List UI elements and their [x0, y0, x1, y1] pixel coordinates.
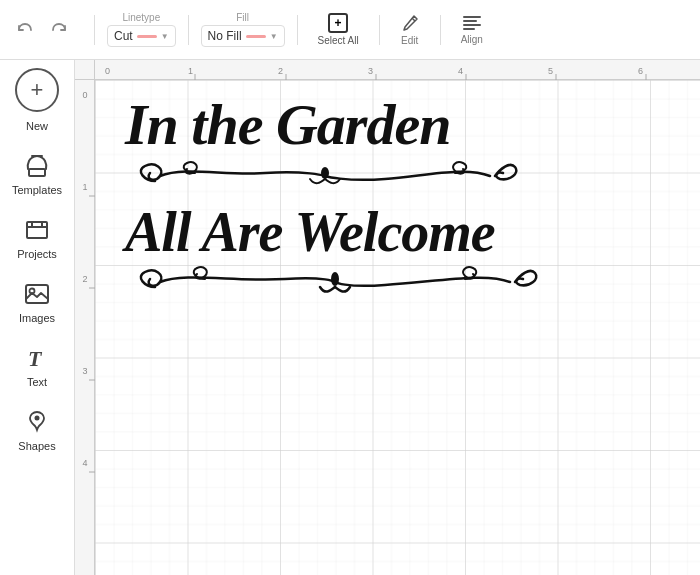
- svg-text:1: 1: [82, 182, 87, 192]
- canvas-white[interactable]: In the Garden All Are Welcome: [95, 80, 700, 575]
- main-area: + New Templates Projects: [0, 60, 700, 575]
- svg-text:2: 2: [82, 274, 87, 284]
- swirl-1: [125, 151, 525, 201]
- shapes-icon: [23, 408, 51, 436]
- separator-2: [188, 15, 189, 45]
- images-label: Images: [19, 312, 55, 324]
- fill-color-indicator: [246, 35, 266, 38]
- svg-text:6: 6: [638, 66, 643, 76]
- new-label: New: [26, 120, 48, 132]
- svg-text:5: 5: [548, 66, 553, 76]
- separator-1: [94, 15, 95, 45]
- select-all-button[interactable]: + Select All: [310, 9, 367, 50]
- sidebar-item-images[interactable]: Images: [3, 272, 71, 332]
- images-icon: [23, 280, 51, 308]
- svg-point-39: [321, 167, 329, 179]
- templates-icon: [23, 152, 51, 180]
- linetype-color-indicator: [137, 35, 157, 38]
- text-icon: T: [23, 344, 51, 372]
- redo-button[interactable]: [44, 17, 74, 43]
- sidebar-item-shapes[interactable]: Shapes: [3, 400, 71, 460]
- projects-icon: [23, 216, 51, 244]
- svg-line-0: [412, 18, 415, 21]
- svg-text:4: 4: [458, 66, 463, 76]
- fill-dropdown[interactable]: No Fill ▼: [201, 25, 285, 47]
- align-button[interactable]: Align: [453, 10, 491, 49]
- svg-rect-11: [26, 285, 48, 303]
- separator-4: [379, 15, 380, 45]
- svg-text:0: 0: [105, 66, 110, 76]
- new-button[interactable]: +: [15, 68, 59, 112]
- sidebar-item-text[interactable]: T Text: [3, 336, 71, 396]
- canvas-area: 0 1 2 3 4 5 6 0 1 2 3: [75, 60, 700, 575]
- linetype-group: Linetype Cut ▼: [107, 12, 176, 47]
- edit-label: Edit: [401, 35, 418, 46]
- edit-button[interactable]: Edit: [392, 9, 428, 50]
- templates-label: Templates: [12, 184, 62, 196]
- ruler-left: 0 1 2 3 4: [75, 80, 95, 575]
- svg-text:T: T: [28, 346, 43, 371]
- svg-text:4: 4: [82, 458, 87, 468]
- linetype-label: Linetype: [122, 12, 160, 23]
- sidebar: + New Templates Projects: [0, 60, 75, 575]
- svg-text:1: 1: [188, 66, 193, 76]
- undo-redo-group: [10, 17, 74, 43]
- swirl-2: [125, 257, 545, 317]
- sidebar-item-templates[interactable]: Templates: [3, 144, 71, 204]
- svg-text:2: 2: [278, 66, 283, 76]
- linetype-value: Cut: [114, 29, 133, 43]
- separator-5: [440, 15, 441, 45]
- edit-icon: [400, 13, 420, 33]
- select-all-icon: +: [328, 13, 348, 33]
- fill-value: No Fill: [208, 29, 242, 43]
- projects-label: Projects: [17, 248, 57, 260]
- linetype-arrow: ▼: [161, 32, 169, 41]
- svg-text:0: 0: [82, 90, 87, 100]
- shapes-label: Shapes: [18, 440, 55, 452]
- text-label: Text: [27, 376, 47, 388]
- linetype-dropdown[interactable]: Cut ▼: [107, 25, 176, 47]
- fill-arrow: ▼: [270, 32, 278, 41]
- svg-rect-7: [27, 222, 47, 238]
- align-icon: [462, 14, 482, 32]
- fill-label: Fill: [236, 12, 249, 23]
- undo-button[interactable]: [10, 17, 40, 43]
- svg-rect-5: [29, 169, 45, 176]
- sidebar-item-projects[interactable]: Projects: [3, 208, 71, 268]
- align-label: Align: [461, 34, 483, 45]
- design-title-line2: All Are Welcome: [125, 203, 545, 262]
- svg-point-40: [331, 272, 339, 286]
- ruler-corner: [75, 60, 95, 80]
- svg-text:3: 3: [368, 66, 373, 76]
- select-all-label: Select All: [318, 35, 359, 46]
- fill-group: Fill No Fill ▼: [201, 12, 285, 47]
- ruler-top: 0 1 2 3 4 5 6: [95, 60, 700, 80]
- svg-text:3: 3: [82, 366, 87, 376]
- design-title-line1: In the Garden: [125, 95, 545, 156]
- toolbar: Linetype Cut ▼ Fill No Fill ▼ + Select A…: [0, 0, 700, 60]
- separator-3: [297, 15, 298, 45]
- design-content: In the Garden All Are Welcome: [125, 95, 545, 317]
- svg-point-14: [35, 416, 40, 421]
